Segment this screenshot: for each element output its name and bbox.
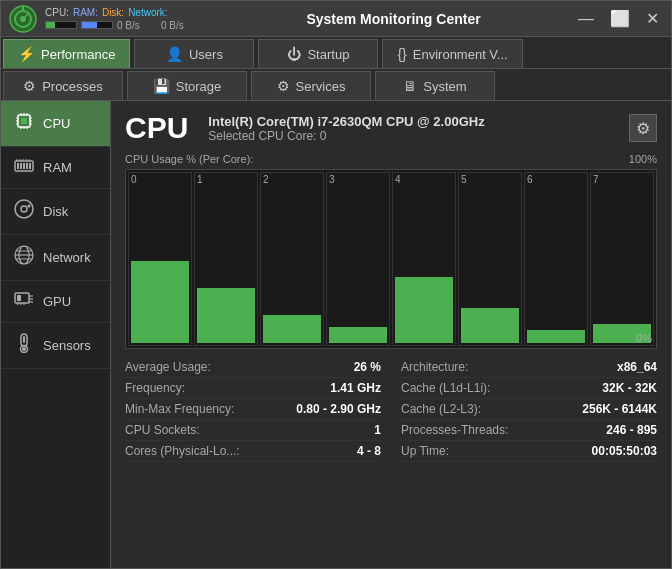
tab-services[interactable]: ⚙ Services bbox=[251, 71, 371, 100]
titlebar: CPU: RAM: Disk: Network: 0 B/s 0 B/s Sys… bbox=[1, 1, 671, 37]
tab-processes[interactable]: ⚙ Processes bbox=[3, 71, 123, 100]
window-title: System Monitoring Center bbox=[213, 11, 574, 27]
sidebar-item-disk[interactable]: Disk bbox=[1, 189, 110, 235]
performance-icon: ⚡ bbox=[18, 46, 35, 62]
tab-performance-label: Performance bbox=[41, 47, 115, 62]
core-label-2: 2 bbox=[261, 173, 323, 186]
cpu-bar-fill bbox=[46, 22, 55, 28]
core-bar-wrapper-2 bbox=[261, 186, 323, 345]
svg-point-49 bbox=[22, 347, 26, 351]
core-bar-0: 0 bbox=[128, 172, 192, 346]
ram-bar-fill bbox=[82, 22, 97, 28]
svg-rect-21 bbox=[20, 163, 22, 169]
disk-sidebar-icon bbox=[13, 199, 35, 224]
core-bar-fill-3 bbox=[329, 327, 387, 343]
tab-system[interactable]: 🖥 System bbox=[375, 71, 495, 100]
stat-right-0: Architecture:x86_64 bbox=[401, 357, 657, 378]
indicator-labels: CPU: RAM: Disk: Network: bbox=[45, 7, 201, 18]
tab-storage-label: Storage bbox=[176, 79, 222, 94]
svg-rect-6 bbox=[21, 118, 27, 124]
sidebar-item-network[interactable]: Network bbox=[1, 235, 110, 281]
chart-header: CPU Usage % (Per Core): 100% bbox=[125, 153, 657, 165]
sidebar-cpu-label: CPU bbox=[43, 116, 70, 131]
core-bar-wrapper-5 bbox=[459, 186, 521, 345]
stat-right-1: Cache (L1d-L1i):32K - 32K bbox=[401, 378, 657, 399]
storage-icon: 💾 bbox=[153, 78, 170, 94]
core-bar-wrapper-1 bbox=[195, 186, 257, 345]
tab-users[interactable]: 👤 Users bbox=[134, 39, 254, 68]
core-bar-6: 6 bbox=[524, 172, 588, 346]
cpu-settings-button[interactable]: ⚙ bbox=[629, 114, 657, 142]
cpu-info: Intel(R) Core(TM) i7-2630QM CPU @ 2.00GH… bbox=[208, 114, 629, 143]
ram-sidebar-icon bbox=[13, 157, 35, 178]
cpu-mini-bar bbox=[45, 21, 77, 29]
stat-label-l3: CPU Sockets: bbox=[125, 423, 200, 437]
tab-environment[interactable]: {} Environment V... bbox=[382, 39, 522, 68]
sidebar-item-cpu[interactable]: CPU bbox=[1, 101, 110, 147]
svg-point-32 bbox=[28, 205, 31, 208]
tab-storage[interactable]: 💾 Storage bbox=[127, 71, 247, 100]
cpu-sidebar-icon bbox=[13, 111, 35, 136]
stat-value-r3: 246 - 895 bbox=[606, 423, 657, 437]
stat-label-r4: Up Time: bbox=[401, 444, 449, 458]
cpu-header: CPU Intel(R) Core(TM) i7-2630QM CPU @ 2.… bbox=[125, 111, 657, 145]
app-logo bbox=[9, 5, 37, 33]
stat-label-r2: Cache (L2-L3): bbox=[401, 402, 481, 416]
tab-environment-label: Environment V... bbox=[413, 47, 508, 62]
cpu-model: Intel(R) Core(TM) i7-2630QM CPU @ 2.00GH… bbox=[208, 114, 629, 129]
sidebar-item-sensors[interactable]: Sensors bbox=[1, 323, 110, 369]
sidebar-network-label: Network bbox=[43, 250, 91, 265]
stat-right-3: Processes-Threads:246 - 895 bbox=[401, 420, 657, 441]
startup-icon: ⏻ bbox=[287, 46, 301, 62]
tab-performance[interactable]: ⚡ Performance bbox=[3, 39, 130, 68]
svg-rect-22 bbox=[23, 163, 25, 169]
system-icon: 🖥 bbox=[403, 78, 417, 94]
core-bar-1: 1 bbox=[194, 172, 258, 346]
users-icon: 👤 bbox=[166, 46, 183, 62]
core-label-4: 4 bbox=[393, 173, 455, 186]
stat-value-l4: 4 - 8 bbox=[357, 444, 381, 458]
stat-value-r4: 00:05:50:03 bbox=[592, 444, 657, 458]
maximize-button[interactable]: ⬜ bbox=[606, 9, 634, 28]
cpu-panel-title: CPU bbox=[125, 111, 188, 145]
nav-tabs-row2: ⚙ Processes 💾 Storage ⚙ Services 🖥 Syste… bbox=[1, 69, 671, 101]
ram-label: RAM: bbox=[73, 7, 98, 18]
stat-label-l0: Average Usage: bbox=[125, 360, 211, 374]
tab-startup[interactable]: ⏻ Startup bbox=[258, 39, 378, 68]
tab-system-label: System bbox=[423, 79, 466, 94]
stat-left-4: Cores (Physical-Lo...:4 - 8 bbox=[125, 441, 381, 462]
network-sidebar-icon bbox=[13, 245, 35, 270]
tab-users-label: Users bbox=[189, 47, 223, 62]
sidebar-item-ram[interactable]: RAM bbox=[1, 147, 110, 189]
core-bar-wrapper-0 bbox=[129, 186, 191, 345]
stat-label-l4: Cores (Physical-Lo...: bbox=[125, 444, 240, 458]
net-speed-1: 0 B/s bbox=[117, 20, 157, 31]
main-window: CPU: RAM: Disk: Network: 0 B/s 0 B/s Sys… bbox=[0, 0, 672, 569]
tab-startup-label: Startup bbox=[307, 47, 349, 62]
stat-value-l1: 1.41 GHz bbox=[330, 381, 381, 395]
stat-left-3: CPU Sockets:1 bbox=[125, 420, 381, 441]
minimize-button[interactable]: — bbox=[574, 9, 598, 28]
svg-rect-23 bbox=[26, 163, 28, 169]
stat-label-r3: Processes-Threads: bbox=[401, 423, 508, 437]
core-bar-wrapper-4 bbox=[393, 186, 455, 345]
core-label-5: 5 bbox=[459, 173, 521, 186]
tab-services-label: Services bbox=[296, 79, 346, 94]
window-controls[interactable]: — ⬜ ✕ bbox=[574, 9, 663, 28]
chart-max: 100% bbox=[629, 153, 657, 165]
sidebar-item-gpu[interactable]: GPU bbox=[1, 281, 110, 323]
core-label-3: 3 bbox=[327, 173, 389, 186]
core-bar-fill-2 bbox=[263, 315, 321, 343]
core-bar-fill-0 bbox=[131, 261, 189, 343]
stat-label-l1: Frequency: bbox=[125, 381, 185, 395]
core-bar-wrapper-6 bbox=[525, 186, 587, 345]
svg-rect-47 bbox=[23, 336, 25, 343]
core-bar-3: 3 bbox=[326, 172, 390, 346]
core-bar-wrapper-7 bbox=[591, 186, 653, 345]
stat-label-r0: Architecture: bbox=[401, 360, 468, 374]
svg-rect-24 bbox=[29, 163, 31, 169]
core-bar-fill-1 bbox=[197, 288, 255, 343]
sensors-sidebar-icon bbox=[13, 333, 35, 358]
stat-value-l2: 0.80 - 2.90 GHz bbox=[296, 402, 381, 416]
close-button[interactable]: ✕ bbox=[642, 9, 663, 28]
